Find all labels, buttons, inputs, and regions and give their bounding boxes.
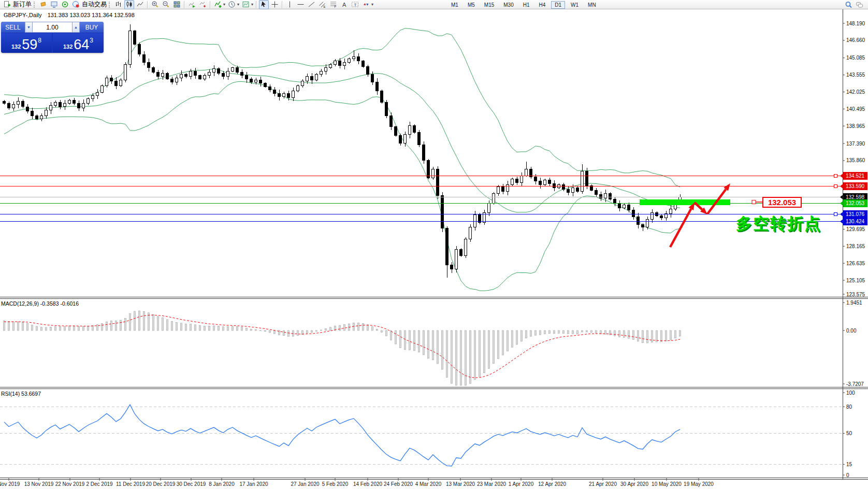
market-watch-icon <box>50 1 58 8</box>
tab-timeframe-M30[interactable]: M30 <box>500 1 517 9</box>
level-lines <box>0 174 843 222</box>
tab-timeframe-H1[interactable]: H1 <box>519 1 533 9</box>
trendline-button[interactable] <box>307 0 316 9</box>
toolbar-separator <box>256 1 257 8</box>
data-window-button[interactable] <box>60 0 70 9</box>
svg-text:T: T <box>354 3 357 7</box>
arrows-button[interactable] <box>361 0 371 9</box>
horizontal-line-button[interactable] <box>296 0 306 9</box>
volume-input[interactable] <box>33 22 72 33</box>
arrows-caret[interactable]: ▾ <box>371 2 373 7</box>
sell-price-display[interactable]: 132 59 8 <box>1 33 52 53</box>
autotrading-button[interactable] <box>71 0 81 9</box>
text-icon: A <box>340 1 348 8</box>
volume-increase-button[interactable]: ▲ <box>72 22 80 33</box>
indicators-button[interactable] <box>213 0 223 9</box>
periods-button[interactable] <box>227 0 237 9</box>
svg-text:17 Jan 2020: 17 Jan 2020 <box>239 481 268 487</box>
cursor-button[interactable] <box>259 0 269 9</box>
svg-text:142.025: 142.025 <box>846 89 865 95</box>
toolbar-separator <box>184 1 185 8</box>
tile-windows-button[interactable] <box>172 0 182 9</box>
buy-button[interactable]: BUY <box>80 22 104 33</box>
sell-price-main: 132 <box>11 44 21 50</box>
tab-timeframe-M15[interactable]: M15 <box>481 1 498 9</box>
horizontal-line-icon <box>297 1 305 8</box>
turning-point-annotation: 多空转折点 <box>736 213 821 235</box>
indicators-caret[interactable]: ▾ <box>223 2 225 7</box>
toolbar-grip <box>34 2 36 8</box>
layout-icon <box>39 1 47 8</box>
equidistant-channel-icon: E <box>319 1 326 8</box>
templates-caret[interactable]: ▾ <box>251 2 253 7</box>
pane-borders <box>0 9 868 480</box>
zoom-in-button[interactable] <box>150 0 160 9</box>
one-click-trading-panel: SELL ▼ ▲ BUY 132 59 8 132 64 3 <box>1 22 104 53</box>
chat-button[interactable] <box>855 0 864 9</box>
zoom-out-button[interactable] <box>161 0 171 9</box>
sell-button[interactable]: SELL <box>1 22 25 33</box>
candlestick-chart-button[interactable] <box>124 0 134 9</box>
buy-price-display[interactable]: 132 64 3 <box>53 33 104 53</box>
chart-shift-button[interactable] <box>198 0 208 9</box>
indicators-icon <box>214 1 222 8</box>
new-order-button[interactable] <box>2 0 12 9</box>
tab-timeframe-M1[interactable]: M1 <box>447 1 462 9</box>
toolbar-separator <box>210 1 211 8</box>
svg-text:A: A <box>342 2 346 8</box>
line-chart-button[interactable] <box>135 0 145 9</box>
layout-button[interactable] <box>38 0 48 9</box>
tab-timeframe-W1[interactable]: W1 <box>567 1 582 9</box>
svg-text:19 May 2020: 19 May 2020 <box>684 481 714 487</box>
tab-timeframe-H4[interactable]: H4 <box>536 1 549 9</box>
tab-timeframe-MN[interactable]: MN <box>584 1 600 9</box>
zoom-in-icon <box>151 1 159 8</box>
text-label-icon: T <box>351 1 359 8</box>
text-label-button[interactable]: T <box>350 0 360 9</box>
buy-price-pip: 3 <box>90 37 93 44</box>
text-button[interactable]: A <box>339 0 349 9</box>
svg-text:-3.7207: -3.7207 <box>846 381 864 387</box>
svg-text:143.555: 143.555 <box>846 72 865 78</box>
volume-decrease-button[interactable]: ▼ <box>25 22 33 33</box>
new-order-label[interactable]: 新订单 <box>13 0 32 9</box>
tab-timeframe-D1[interactable]: D1 <box>551 1 565 9</box>
auto-scroll-button[interactable] <box>187 0 197 9</box>
toolbar-grip <box>109 2 111 8</box>
line-chart-icon <box>136 1 144 8</box>
fibonacci-button[interactable]: F <box>328 0 338 9</box>
chart-symbol-period: GBPJPY-,Daily <box>4 12 42 18</box>
svg-text:24 Feb 2020: 24 Feb 2020 <box>384 481 413 487</box>
auto-scroll-icon <box>188 1 196 8</box>
svg-text:30 Dec 2019: 30 Dec 2019 <box>177 481 206 487</box>
svg-text:148.190: 148.190 <box>846 21 865 26</box>
bollinger-upper <box>4 28 680 187</box>
svg-text:15: 15 <box>846 462 852 467</box>
svg-text:13 Nov 2019: 13 Nov 2019 <box>24 481 54 487</box>
bar-chart-button[interactable] <box>113 0 123 9</box>
svg-text:126.635: 126.635 <box>846 261 865 266</box>
chart-canvas[interactable]: 134.521133.590132.598132.053131.076130.4… <box>0 0 868 489</box>
periods-caret[interactable]: ▾ <box>237 2 239 7</box>
tab-timeframe-M5[interactable]: M5 <box>464 1 479 9</box>
svg-text:128.165: 128.165 <box>846 243 865 249</box>
macd-signal-line <box>4 315 680 378</box>
svg-text:1.9451: 1.9451 <box>846 300 862 306</box>
crosshair-button[interactable] <box>270 0 280 9</box>
templates-button[interactable] <box>241 0 251 9</box>
timeframe-group: M1M5M15M30H1H4D1W1MN <box>446 0 601 9</box>
bollinger-bands <box>4 28 680 291</box>
chart-title: GBPJPY-,Daily 131.383 133.023 131.364 13… <box>4 12 135 18</box>
vertical-line-button[interactable] <box>285 0 295 9</box>
svg-text:14 Feb 2020: 14 Feb 2020 <box>353 481 383 487</box>
equidistant-channel-button[interactable]: E <box>317 0 327 9</box>
market-watch-button[interactable] <box>49 0 59 9</box>
autotrading-label[interactable]: 自动交易 <box>82 0 107 9</box>
svg-text:50: 50 <box>846 430 852 436</box>
vertical-line-icon <box>286 1 294 8</box>
svg-text:129.695: 129.695 <box>846 226 865 232</box>
svg-text:12 Apr 2020: 12 Apr 2020 <box>538 481 566 487</box>
svg-text:4 Mar 2020: 4 Mar 2020 <box>415 481 442 487</box>
search-button[interactable] <box>844 0 853 9</box>
axes-layer: 134.521133.590132.598132.053131.076130.4… <box>0 21 867 487</box>
